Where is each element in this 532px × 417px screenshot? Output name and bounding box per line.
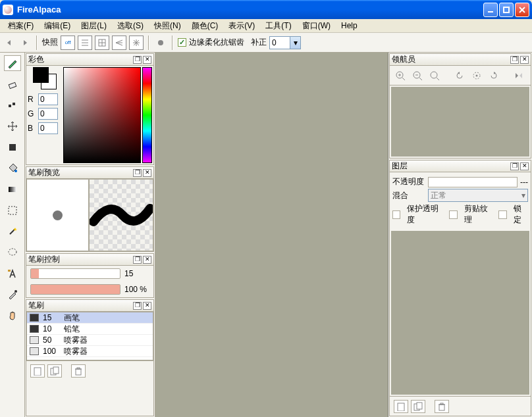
delete-brush-button[interactable] [71,364,86,378]
text-tool[interactable] [4,266,21,282]
rotate-reset-button[interactable] [469,68,485,83]
delete-layer-button[interactable] [435,400,449,413]
brush-control-panel: 笔刷控制 ❐ ✕ 15 100 % [26,253,154,298]
brush-item[interactable]: 10 铅笔 [27,324,153,335]
redo-button[interactable] [18,36,32,49]
menu-select[interactable]: 选取(S) [112,19,149,33]
panel-float-button[interactable]: ❐ [133,302,142,310]
eraser-tool[interactable] [4,76,21,92]
snap-parallel-button[interactable] [78,36,92,50]
opacity-label: 不透明度 [392,176,425,187]
bucket-tool[interactable] [4,160,21,176]
menu-tool[interactable]: 工具(T) [260,19,296,33]
menu-window[interactable]: 窗口(W) [297,19,336,33]
svg-rect-21 [9,144,16,151]
eyedropper-tool[interactable] [4,287,21,303]
panel-close-button[interactable]: ✕ [143,56,151,64]
panel-float-button[interactable]: ❐ [133,256,142,264]
brush-item-size: 15 [43,313,60,322]
b-label: B [28,124,36,133]
brush-list-panel: 笔刷 ❐ ✕ 15 画笔 10 铅笔 50 喷雾器 100 喷雾器 [26,299,154,416]
duplicate-layer-button[interactable] [411,400,425,413]
separator [172,36,173,50]
brush-item-name: 铅笔 [64,324,80,335]
close-button[interactable] [515,3,529,17]
minimize-button[interactable] [483,3,498,17]
svg-line-43 [437,78,439,80]
panel-float-button[interactable]: ❐ [510,162,519,170]
panel-close-button[interactable]: ✕ [143,169,151,177]
undo-button[interactable] [3,36,16,49]
brush-item[interactable]: 50 喷雾器 [27,335,153,346]
maximize-button[interactable] [499,3,514,17]
menu-edit[interactable]: 编辑(E) [39,19,76,33]
app-icon [3,5,13,15]
menu-layer[interactable]: 图层(L) [76,19,112,33]
fill-tool[interactable] [4,139,21,155]
lock-checkbox[interactable] [498,210,506,219]
lasso-tool[interactable] [4,245,21,260]
rotate-left-button[interactable] [452,68,467,83]
menu-help[interactable]: Help [336,20,363,32]
menu-snap[interactable]: 快照(N) [149,19,186,33]
hand-tool[interactable] [4,308,21,324]
svg-rect-23 [9,187,16,192]
menu-file[interactable]: 档案(F) [3,19,39,33]
rotate-right-button[interactable] [486,68,502,83]
magic-wand-tool[interactable] [4,224,21,239]
snap-off-button[interactable]: off [61,36,75,50]
zoom-fit-button[interactable] [427,68,442,83]
toolbox [0,53,25,417]
canvas-area[interactable] [155,53,388,417]
b-input[interactable] [38,122,58,134]
layer-opacity-slider[interactable] [428,177,518,187]
brush-item[interactable]: 15 画笔 [27,312,153,324]
chevron-down-icon[interactable]: ▾ [290,37,300,49]
panel-float-button[interactable]: ❐ [133,56,142,64]
panel-close-button[interactable]: ✕ [520,56,529,64]
g-input[interactable] [38,108,58,120]
layer-list[interactable] [391,231,529,395]
dot-tool[interactable] [4,97,21,113]
menu-color[interactable]: 颜色(C) [186,19,224,33]
move-tool[interactable] [4,118,21,134]
clipping-checkbox[interactable] [449,210,457,219]
panel-close-button[interactable]: ✕ [143,256,151,264]
snap-radial-button[interactable] [129,36,144,50]
left-panel-area: 彩色 ❐ ✕ R G B 笔刷预览 [25,53,155,417]
brush-list[interactable]: 15 画笔 10 铅笔 50 喷雾器 100 喷雾器 [26,312,153,360]
brush-tool[interactable] [4,55,21,71]
zoom-out-button[interactable] [410,68,425,83]
color-swatches[interactable] [28,67,62,91]
new-brush-button[interactable] [30,364,45,378]
snap-settings-button[interactable] [154,36,167,49]
hue-slider[interactable] [142,67,152,163]
r-input[interactable] [38,93,58,105]
duplicate-brush-button[interactable] [47,364,62,378]
panel-close-button[interactable]: ✕ [143,302,151,310]
flip-button[interactable] [511,68,527,83]
brush-opacity-slider[interactable] [30,284,120,295]
brush-size-slider[interactable] [30,268,120,279]
panel-float-button[interactable]: ❐ [133,169,142,177]
select-rect-tool[interactable] [4,203,21,218]
snap-grid-button[interactable] [95,36,109,50]
antialias-checkbox[interactable] [178,38,186,47]
menu-display[interactable]: 表示(V) [223,19,260,33]
brush-item[interactable]: 100 喷雾器 [27,346,153,357]
panel-float-button[interactable]: ❐ [510,56,519,64]
correction-spinbox[interactable]: ▾ [269,36,301,49]
new-layer-button[interactable] [394,400,408,413]
chevron-down-icon: ▾ [521,191,525,200]
zoom-in-button[interactable] [392,68,408,83]
brush-preview-panel: 笔刷预览 ❐ ✕ [26,166,154,252]
correction-input[interactable] [270,37,290,49]
panel-close-button[interactable]: ✕ [520,162,529,170]
snap-vanishing-button[interactable] [112,36,126,50]
gradient-tool[interactable] [4,182,21,197]
primary-color-swatch[interactable] [33,67,49,83]
protect-alpha-checkbox[interactable] [392,210,400,219]
navigator-canvas[interactable] [391,87,529,157]
blend-mode-select[interactable]: 正常▾ [428,189,528,202]
color-picker[interactable] [63,67,141,163]
